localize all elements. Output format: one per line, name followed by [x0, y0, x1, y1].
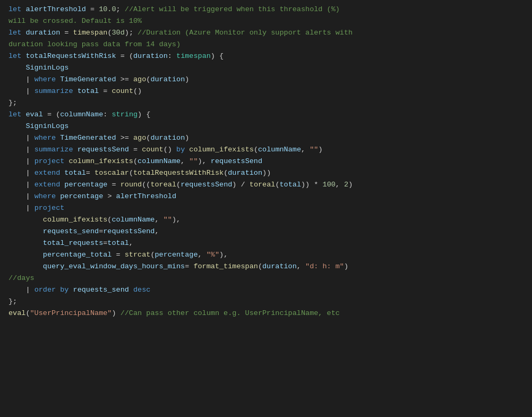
code-line-6: SigninLogs [0, 63, 532, 74]
code-line-8: | summarize total = count() [0, 86, 532, 98]
code-line-7: | where TimeGenerated >= ago(duration) [0, 74, 532, 86]
code-line-25: | order by requests_send desc [0, 285, 532, 296]
code-line-13: | summarize requestsSend = count() by co… [0, 144, 532, 156]
code-line-10: let eval = (columnName: string) { [0, 109, 532, 121]
code-editor[interactable]: let alertThreshold = 10.0; //Alert will … [0, 0, 532, 417]
code-line-18: | project [0, 203, 532, 215]
code-line-16: | extend percentage = round((toreal(requ… [0, 180, 532, 191]
code-line-21: total_requests=total, [0, 238, 532, 250]
code-line-24: //days [0, 273, 532, 285]
code-line-22: percentage_total = strcat(percentage, "%… [0, 250, 532, 261]
code-line-11: SigninLogs [0, 121, 532, 133]
code-line-15: | extend total= toscalar(totalRequestsWi… [0, 168, 532, 180]
code-line-27: eval("UserPrincipalName") //Can pass oth… [0, 308, 532, 320]
code-line-12: | where TimeGenerated >= ago(duration) [0, 133, 532, 144]
code-line-2: will be crossed. Default is 10% [0, 16, 532, 28]
code-line-5: let totalRequestsWithRisk = (duration: t… [0, 51, 532, 63]
code-line-3: let duration = timespan(30d); //Duration… [0, 28, 532, 39]
code-line-1: let alertThreshold = 10.0; //Alert will … [0, 4, 532, 16]
code-line-14: | project column_ifexists(columnName, ""… [0, 156, 532, 168]
code-line-19: column_ifexists(columnName, ""), [0, 215, 532, 226]
code-line-26: }; [0, 296, 532, 308]
code-line-23: query_eval_window_days_hours_mins= forma… [0, 261, 532, 273]
code-line-20: requests_send=requestsSend, [0, 226, 532, 238]
code-line-17: | where percentage > alertThreshold [0, 191, 532, 203]
code-line-9: }; [0, 98, 532, 109]
code-line-4: duration looking pass data from 14 days) [0, 39, 532, 51]
